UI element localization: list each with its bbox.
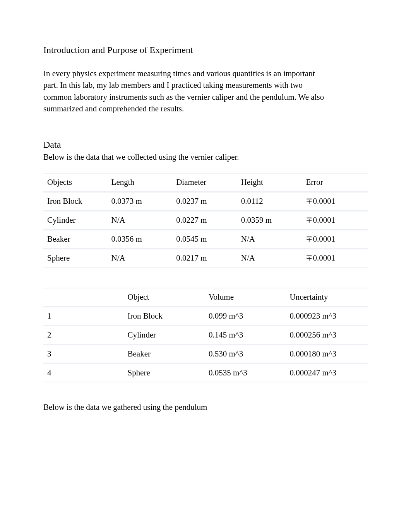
table-cell: 0.000180 m^3 bbox=[287, 344, 368, 363]
table-header-cell: Objects bbox=[43, 173, 108, 192]
intro-paragraph: In every physics experiment measuring ti… bbox=[43, 68, 330, 115]
intro-heading: Introduction and Purpose of Experiment bbox=[43, 45, 368, 55]
table-row: Iron Block 0.0373 m 0.0237 m 0.0112 ∓0.0… bbox=[43, 192, 368, 211]
table-cell: 3 bbox=[43, 344, 125, 363]
table-header-cell: Diameter bbox=[173, 173, 238, 192]
table-cell: 0.0227 m bbox=[173, 211, 238, 230]
table-cell: 0.0356 m bbox=[108, 230, 173, 249]
table-cell: N/A bbox=[108, 249, 173, 268]
measurements-table: Objects Length Diameter Height Error Iro… bbox=[43, 173, 368, 268]
table-header-cell: Error bbox=[303, 173, 368, 192]
table-header-cell: Uncertainty bbox=[287, 288, 368, 307]
table-header-cell: Height bbox=[238, 173, 303, 192]
table-row: 3 Beaker 0.530 m^3 0.000180 m^3 bbox=[43, 344, 368, 363]
table-cell: 0.0535 m^3 bbox=[206, 363, 287, 382]
table-row: Cylinder N/A 0.0227 m 0.0359 m ∓0.0001 bbox=[43, 211, 368, 230]
table-row: Objects Length Diameter Height Error bbox=[43, 173, 368, 192]
table-cell: 0.0545 m bbox=[173, 230, 238, 249]
table-cell: 0.145 m^3 bbox=[206, 326, 287, 344]
table-cell: 0.530 m^3 bbox=[206, 344, 287, 363]
table-header-cell: Length bbox=[108, 173, 173, 192]
table-cell: Beaker bbox=[125, 344, 206, 363]
table-cell: 0.000247 m^3 bbox=[287, 363, 368, 382]
table-cell: ∓0.0001 bbox=[303, 249, 368, 268]
table-cell: 0.0359 m bbox=[238, 211, 303, 230]
table-cell: Sphere bbox=[43, 249, 108, 268]
table-row: Sphere N/A 0.0217 m N/A ∓0.0001 bbox=[43, 249, 368, 268]
table-cell: N/A bbox=[108, 211, 173, 230]
table-cell: 2 bbox=[43, 326, 125, 344]
table-row: 2 Cylinder 0.145 m^3 0.000256 m^3 bbox=[43, 326, 368, 344]
table-cell: N/A bbox=[238, 230, 303, 249]
table-header-cell: Volume bbox=[206, 288, 287, 307]
table-header-cell bbox=[43, 288, 125, 307]
table-cell: 0.099 m^3 bbox=[206, 307, 287, 326]
table-cell: 4 bbox=[43, 363, 125, 382]
table-cell: Cylinder bbox=[43, 211, 108, 230]
table-row: Object Volume Uncertainty bbox=[43, 288, 368, 307]
table-cell: 0.000923 m^3 bbox=[287, 307, 368, 326]
table-cell: Iron Block bbox=[125, 307, 206, 326]
table-row: 4 Sphere 0.0535 m^3 0.000247 m^3 bbox=[43, 363, 368, 382]
table-cell: 0.000256 m^3 bbox=[287, 326, 368, 344]
table-row: 1 Iron Block 0.099 m^3 0.000923 m^3 bbox=[43, 307, 368, 326]
table-cell: 0.0217 m bbox=[173, 249, 238, 268]
pendulum-caption: Below is the data we gathered using the … bbox=[43, 402, 368, 412]
table-cell: ∓0.0001 bbox=[303, 192, 368, 211]
table-cell: ∓0.0001 bbox=[303, 230, 368, 249]
table-cell: 0.0112 bbox=[238, 192, 303, 211]
table-cell: 0.0373 m bbox=[108, 192, 173, 211]
table-cell: Iron Block bbox=[43, 192, 108, 211]
table-row: Beaker 0.0356 m 0.0545 m N/A ∓0.0001 bbox=[43, 230, 368, 249]
table-cell: ∓0.0001 bbox=[303, 211, 368, 230]
table-cell: Beaker bbox=[43, 230, 108, 249]
table-header-cell: Object bbox=[125, 288, 206, 307]
table-cell: 1 bbox=[43, 307, 125, 326]
table-cell: Sphere bbox=[125, 363, 206, 382]
data-heading: Data bbox=[43, 140, 368, 150]
volume-table: Object Volume Uncertainty 1 Iron Block 0… bbox=[43, 288, 368, 382]
table-cell: N/A bbox=[238, 249, 303, 268]
table-cell: Cylinder bbox=[125, 326, 206, 344]
table-cell: 0.0237 m bbox=[173, 192, 238, 211]
document-page: Introduction and Purpose of Experiment I… bbox=[0, 0, 411, 412]
data-caption: Below is the data that we collected usin… bbox=[43, 152, 368, 162]
